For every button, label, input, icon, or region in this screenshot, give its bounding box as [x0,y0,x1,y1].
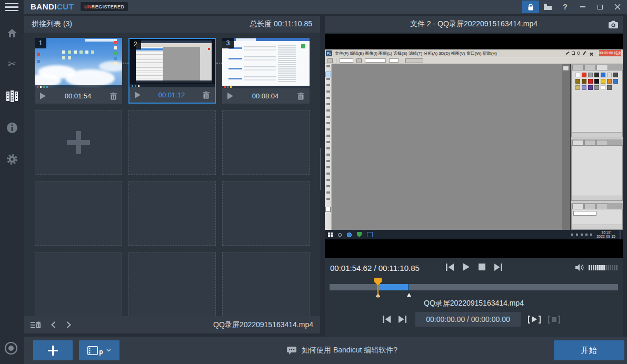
clip-thumbnail-2 [130,39,215,87]
open-file-button[interactable] [539,1,556,13]
segment-end-handle[interactable] [407,291,411,297]
unregistered-badge[interactable]: UNREGISTERED [81,2,128,11]
total-duration: 总长度 00:11:10.85 [250,19,312,29]
playhead[interactable] [374,278,382,298]
clear-list-icon [31,321,41,329]
help-link-text: 如何使用 Bandicut 编辑软件? [302,346,397,355]
seek-track[interactable] [330,284,618,290]
record-shortcut[interactable] [4,341,18,358]
empty-slot [222,110,310,175]
empty-slot [128,181,216,246]
volume-control [575,264,618,271]
clip-duration: 00:01:12 [141,91,203,99]
empty-slot [128,110,216,175]
clip-duration: 00:01:54 [46,92,110,100]
filmstrip-join-icon [6,90,18,102]
play-clip-button[interactable] [227,93,233,99]
windows-start-icon [328,232,333,237]
selection-segment[interactable] [378,284,409,290]
preview-clip-filename: QQ录屏20220915163414.mp4 [325,299,623,308]
sidebar-tab-home[interactable] [0,27,24,39]
delete-clip-button[interactable] [297,93,304,100]
line-icon [583,51,586,55]
hamburger-menu-icon[interactable] [5,3,18,11]
gear-icon [6,154,18,165]
empty-slot [222,252,310,316]
prev-frame-icon [446,264,454,271]
play-segment-button[interactable] [528,316,541,323]
prev-page-button[interactable] [51,321,56,328]
bandicut-logo: BANDICUT [31,2,74,11]
output-format-button[interactable]: p [79,340,120,360]
mute-button[interactable] [575,264,585,271]
segment-prev-button[interactable] [383,316,391,323]
trash-icon [203,92,210,99]
sidebar-tab-info[interactable] [0,122,24,134]
clear-list-button[interactable] [31,321,41,329]
bottom-bar: p 如何使用 Bandicut 编辑软件? 开始 [24,337,627,364]
ps-panel-gutter [562,64,570,230]
play-clip-button[interactable] [40,93,46,99]
search-icon [338,233,342,237]
segment-next-button[interactable] [399,316,406,323]
logo-text-right: CUT [57,2,74,11]
join-list-header: 拼接列表 (3) 总长度 00:11:10.85 [24,16,320,33]
empty-slot [35,252,122,316]
snapshot-button[interactable] [609,21,618,30]
scissors-cut-icon: ✂ [8,59,16,69]
playhead-flag[interactable] [374,278,382,286]
system-tray: 16:32 2022-09-15 [571,230,623,239]
clip-card-1[interactable]: 1 00:01:54 [35,38,122,104]
empty-slot [35,181,122,246]
help-button[interactable]: ? [556,1,574,13]
play-button[interactable] [463,263,470,271]
next-frame-button[interactable] [494,264,502,271]
sidebar-tab-cut[interactable]: ✂ [0,59,24,69]
empty-slot [128,252,216,316]
lock-button[interactable] [522,1,539,13]
play-icon [463,263,470,271]
next-frame-icon [494,264,502,271]
lock-icon [528,4,534,11]
maximize-button[interactable] [591,1,609,13]
ps-menu-items: 文件(F) 编辑(E) 图像(I) 图层(L) 选择(S) 滤镜(T) 分析(A… [335,50,497,56]
folder-icon [544,4,552,10]
vertical-scrollbar[interactable] [320,148,323,190]
help-link[interactable]: 如何使用 Bandicut 编辑软件? [287,337,397,364]
stop-segment-button[interactable] [548,316,560,323]
preview-title: 文件 2 - QQ录屏20220915163414.mp4 [410,19,538,29]
play-clip-button[interactable] [135,92,141,98]
recorded-taskbar: 16:32 2022-09-15 [325,230,623,239]
clip-number-badge: 3 [222,38,234,48]
ps-workspace [325,64,623,230]
minimize-button[interactable] [574,1,591,13]
join-list-title: 拼接列表 (3) [32,19,72,29]
clip-toolbar: 00:01:12 [130,87,215,103]
close-button[interactable] [609,1,626,13]
browser-icon [347,232,352,237]
start-button[interactable]: 开始 [554,340,624,360]
antivirus-icon [357,232,362,237]
stop-icon [552,317,556,322]
clip-card-3[interactable]: 3 00:08:04 [222,38,310,104]
sidebar-tab-settings[interactable] [0,154,24,165]
pencil-icon [565,52,569,55]
title-bar: BANDICUT UNREGISTERED ? [24,0,627,14]
volume-slider[interactable] [589,265,618,270]
empty-slot [222,181,310,246]
clip-card-2-selected[interactable]: 2 00:01:12 [128,38,216,104]
prev-frame-button[interactable] [446,264,454,271]
speaker-icon [575,264,585,271]
delete-clip-button[interactable] [203,92,210,99]
chevron-right-icon [66,321,71,328]
clip-number-badge: 1 [35,38,46,48]
add-file-slot[interactable] [35,110,122,175]
record-icon [4,341,18,356]
next-page-button[interactable] [66,321,71,328]
chevron-down-icon [106,349,111,352]
sidebar-tab-join[interactable] [0,90,24,102]
stop-button[interactable] [479,264,485,270]
add-file-button[interactable] [33,340,73,360]
recording-timer-badge: 00:00:00 结束 [599,50,621,56]
delete-clip-button[interactable] [110,93,117,100]
